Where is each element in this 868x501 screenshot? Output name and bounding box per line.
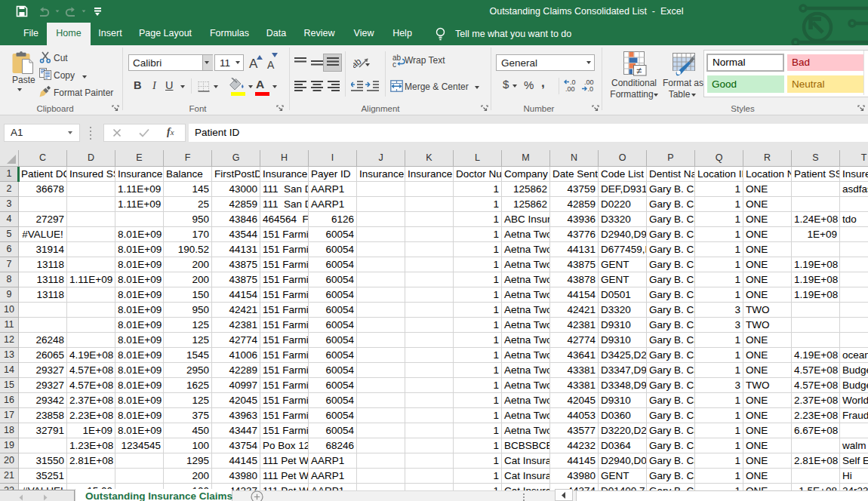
svg-text:≠: ≠ [636,65,642,76]
svg-text:ab: ab [353,56,364,69]
svg-text:c: c [392,60,396,67]
svg-text:.00: .00 [565,85,575,92]
svg-text:.0: .0 [588,85,594,92]
